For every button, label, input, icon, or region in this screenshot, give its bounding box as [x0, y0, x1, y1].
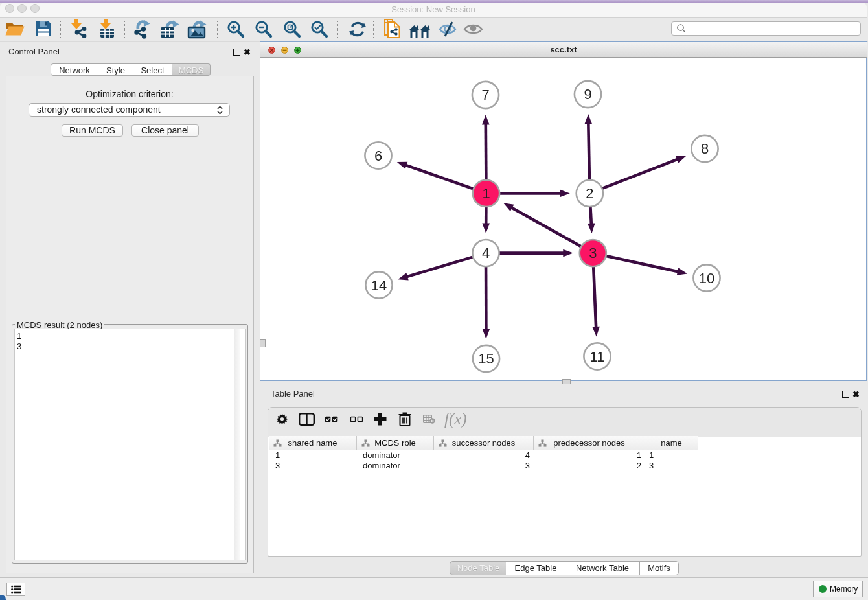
svg-text:1: 1 [482, 185, 490, 202]
svg-text:8: 8 [701, 141, 709, 157]
svg-text:15: 15 [478, 351, 494, 367]
svg-text:11: 11 [590, 349, 605, 365]
svg-text:10: 10 [699, 270, 714, 286]
svg-text:7: 7 [481, 87, 489, 103]
svg-text:14: 14 [371, 277, 387, 294]
svg-text:6: 6 [374, 148, 382, 164]
svg-text:4: 4 [482, 245, 490, 261]
svg-text:9: 9 [584, 86, 591, 102]
svg-text:2: 2 [586, 185, 593, 202]
svg-text:3: 3 [589, 245, 597, 261]
